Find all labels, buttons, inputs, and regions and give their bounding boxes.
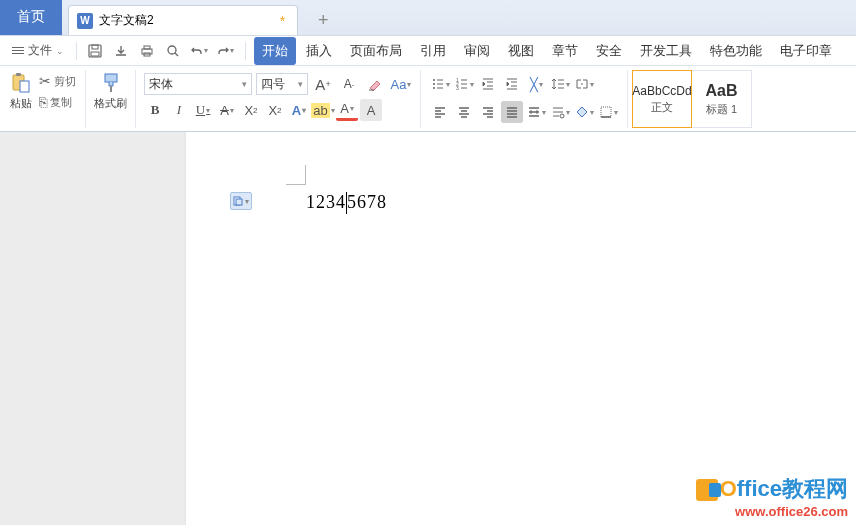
format-painter-button[interactable]: 格式刷	[92, 70, 129, 113]
subscript-button[interactable]: X2	[264, 99, 286, 121]
text-effects-button[interactable]: A	[288, 99, 310, 121]
align-right-button[interactable]	[477, 101, 499, 123]
home-tab[interactable]: 首页	[0, 0, 62, 35]
scissors-icon: ✂	[39, 73, 51, 89]
line-spacing-button[interactable]	[549, 73, 571, 95]
bold-button[interactable]: B	[144, 99, 166, 121]
tabs-button[interactable]	[573, 73, 595, 95]
print-preview-icon[interactable]	[161, 39, 185, 63]
new-tab-button[interactable]: +	[308, 5, 338, 35]
svg-point-6	[168, 46, 176, 54]
tab-insert[interactable]: 插入	[298, 37, 340, 65]
svg-point-11	[433, 79, 435, 81]
align-left-button[interactable]	[429, 101, 451, 123]
copy-icon: ⎘	[39, 94, 47, 110]
style-normal[interactable]: AaBbCcDd 正文	[632, 70, 692, 128]
tab-page-layout[interactable]: 页面布局	[342, 37, 410, 65]
document-tab[interactable]: W 文字文稿2 *	[68, 5, 298, 35]
watermark: Office教程网 www.office26.com	[696, 474, 848, 519]
align-justify-button[interactable]	[501, 101, 523, 123]
paste-icon	[10, 72, 32, 94]
print-icon[interactable]	[135, 39, 159, 63]
paste-options-button[interactable]	[230, 192, 252, 210]
borders-button[interactable]	[597, 101, 619, 123]
file-menu[interactable]: 文件 ⌄	[6, 39, 70, 63]
font-name-select[interactable]: 宋体	[144, 73, 252, 95]
paste-button[interactable]: 粘贴	[8, 70, 34, 113]
align-center-button[interactable]	[453, 101, 475, 123]
svg-rect-9	[20, 81, 29, 92]
tab-review[interactable]: 审阅	[456, 37, 498, 65]
svg-rect-10	[105, 74, 117, 82]
superscript-button[interactable]: X2	[240, 99, 262, 121]
font-color-button[interactable]: A	[336, 99, 358, 121]
tab-developer[interactable]: 开发工具	[632, 37, 700, 65]
document-text[interactable]: 12345678	[306, 192, 387, 215]
shading-button[interactable]	[573, 101, 595, 123]
doc-icon: W	[77, 13, 93, 29]
save-icon[interactable]	[83, 39, 107, 63]
bullets-button[interactable]	[429, 73, 451, 95]
increase-indent-button[interactable]	[501, 73, 523, 95]
watermark-logo-icon	[696, 479, 718, 501]
margin-marker	[286, 165, 306, 185]
unsaved-indicator: *	[280, 13, 285, 29]
tab-view[interactable]: 视图	[500, 37, 542, 65]
svg-rect-20	[236, 199, 242, 205]
strikethrough-button[interactable]: A	[216, 99, 238, 121]
tab-start[interactable]: 开始	[254, 37, 296, 65]
distribute-button[interactable]	[525, 101, 547, 123]
svg-point-17	[560, 114, 564, 118]
left-gutter	[0, 132, 186, 525]
output-icon[interactable]	[109, 39, 133, 63]
svg-point-13	[433, 87, 435, 89]
decrease-indent-button[interactable]	[477, 73, 499, 95]
tab-references[interactable]: 引用	[412, 37, 454, 65]
undo-icon[interactable]: ▾	[187, 39, 211, 63]
document-page[interactable]: 12345678	[186, 132, 856, 525]
grow-font-button[interactable]: A+	[312, 73, 334, 95]
font-size-select[interactable]: 四号	[256, 73, 308, 95]
svg-rect-2	[91, 52, 99, 56]
numbering-button[interactable]: 123	[453, 73, 475, 95]
text-cursor	[346, 192, 347, 214]
char-shading-button[interactable]: A	[360, 99, 382, 121]
svg-rect-8	[16, 73, 21, 76]
highlight-button[interactable]: ab	[312, 99, 334, 121]
svg-text:3: 3	[456, 85, 459, 91]
tab-special[interactable]: 特色功能	[702, 37, 770, 65]
para-tools-button[interactable]	[549, 101, 571, 123]
doc-title: 文字文稿2	[99, 12, 154, 29]
cut-button[interactable]: ✂剪切	[36, 72, 79, 90]
text-direction-button[interactable]: ╳	[525, 73, 547, 95]
copy-button[interactable]: ⎘复制	[36, 93, 79, 111]
redo-icon[interactable]: ▾	[213, 39, 237, 63]
svg-rect-18	[601, 107, 611, 117]
shrink-font-button[interactable]: A-	[338, 73, 360, 95]
hamburger-icon	[12, 47, 24, 54]
clear-format-button[interactable]	[364, 73, 386, 95]
tab-stamp[interactable]: 电子印章	[772, 37, 840, 65]
tab-chapter[interactable]: 章节	[544, 37, 586, 65]
svg-point-12	[433, 83, 435, 85]
italic-button[interactable]: I	[168, 99, 190, 121]
svg-rect-4	[144, 46, 150, 49]
tab-security[interactable]: 安全	[588, 37, 630, 65]
change-case-button[interactable]: Aa	[390, 73, 412, 95]
underline-button[interactable]: U	[192, 99, 214, 121]
brush-icon	[100, 72, 122, 94]
style-heading1[interactable]: AaB 标题 1	[692, 70, 752, 128]
